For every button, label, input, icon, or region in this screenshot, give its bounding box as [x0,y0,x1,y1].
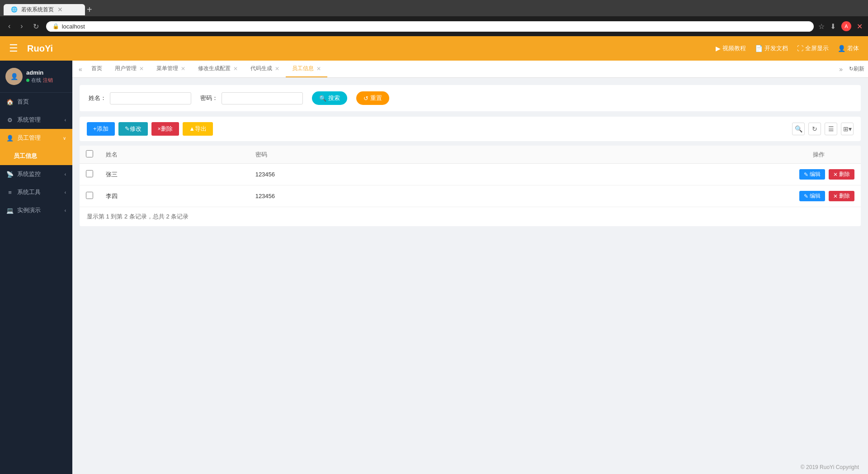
row1-checkbox[interactable] [86,170,93,177]
search-toggle-btn[interactable]: 🔍 [792,123,805,135]
avatar: 👤 [5,68,23,85]
user-profile-btn[interactable]: 👤 若体 [838,44,859,52]
search-btn[interactable]: 🔍 搜索 [312,91,347,105]
sidebar-item-employee-mgmt[interactable]: 👤 员工管理 ∨ [0,129,72,147]
tab-user-mgmt[interactable]: 用户管理 ✕ [108,61,150,77]
arrow-icon: ‹ [65,118,66,123]
address-bar[interactable]: 🔒 localhost [46,21,814,32]
sidebar-item-system-mgmt[interactable]: ⚙ 系统管理 ‹ [0,111,72,129]
monitor-icon: 📡 [6,171,14,178]
employee-icon: 👤 [6,135,14,142]
dev-docs-label: 开发文档 [764,44,788,52]
browser-tab[interactable]: 🌐 若依系统首页 ✕ [4,4,85,15]
tab-menu-mgmt-label: 菜单管理 [156,65,178,72]
sidebar-item-system-tools[interactable]: ≡ 系统工具 ‹ [0,183,72,201]
reset-btn[interactable]: ↺ 重置 [356,91,389,105]
bookmark-icon[interactable]: ☆ [818,22,825,31]
tools-icon: ≡ [6,189,14,196]
hamburger-btn[interactable]: ☰ [9,43,18,54]
export-btn[interactable]: ▲导出 [183,122,213,136]
edit-btn-label: ✎修改 [125,125,142,133]
edit-btn[interactable]: ✎修改 [118,122,148,136]
row1-edit-btn[interactable]: ✎ 编辑 [799,169,825,180]
video-tutorial-btn[interactable]: ▶ 视频教程 [716,44,746,52]
forward-btn[interactable]: › [18,21,25,31]
add-btn[interactable]: +添加 [87,122,115,136]
row1-name: 张三 [99,164,249,185]
tab-next-btn[interactable]: » [836,66,845,73]
edit-icon2: ✎ [804,193,808,199]
col-password: 密码 [249,146,447,164]
tab-employee-info-label: 员工信息 [292,65,314,72]
tab-menu-mgmt[interactable]: 菜单管理 ✕ [150,61,192,77]
back-btn[interactable]: ‹ [5,21,13,31]
avatar-text: 👤 [10,73,18,80]
tab-gen-config-close[interactable]: ✕ [233,66,238,72]
row1-delete-btn[interactable]: ✕ 删除 [829,169,854,180]
tab-user-mgmt-close[interactable]: ✕ [139,66,144,72]
pagination-info: 显示第 1 到第 2 条记录，总共 2 条记录 [80,207,861,226]
add-btn-label: +添加 [93,125,108,133]
tab-home[interactable]: 首页 [85,61,108,77]
top-navbar: ☰ RuoYi ▶ 视频教程 📄 开发文档 ⛶ 全屏显示 👤 若体 [0,36,868,61]
tab-gen-config[interactable]: 修改生成配置 ✕ [192,61,244,77]
download-icon[interactable]: ⬇ [830,22,836,31]
row2-password: 123456 [249,185,447,207]
tab-title: 若依系统首页 [21,6,54,14]
row2-checkbox[interactable] [86,192,93,199]
sidebar-employee-info-label: 员工信息 [14,152,37,159]
tab-code-gen-close[interactable]: ✕ [275,66,279,72]
name-search-field: 姓名： [89,92,191,104]
sidebar-user: 👤 admin 在线 注销 [0,61,72,93]
tab-menu-mgmt-close[interactable]: ✕ [181,66,185,72]
tab-employee-info-close[interactable]: ✕ [316,66,321,72]
sidebar-item-home[interactable]: 🏠 首页 [0,93,72,111]
browser-right-icons: ☆ ⬇ A ✕ [818,21,863,31]
dev-docs-btn[interactable]: 📄 开发文档 [755,44,788,52]
name-label: 姓名： [89,94,106,102]
new-tab-btn[interactable]: + [87,5,92,15]
data-table: 姓名 密码 操作 张三 123456 [80,146,861,226]
column-settings-btn[interactable]: ☰ [825,123,837,135]
content-area: « 首页 用户管理 ✕ 菜单管理 ✕ 修改生成配置 ✕ 代码生成 [72,61,868,474]
profile-icon[interactable]: A [841,21,851,31]
row2-delete-btn[interactable]: ✕ 删除 [829,191,854,201]
arrow-monitor-icon: ‹ [65,172,66,177]
sidebar-tools-label: 系统工具 [17,188,41,196]
select-all-checkbox[interactable] [86,150,93,157]
reload-btn[interactable]: ↻ [30,21,42,32]
table-row: 李四 123456 ✎ 编辑 ✕ 删除 [80,185,861,207]
user-icon: 👤 [838,45,845,52]
tab-code-gen-label: 代码生成 [250,65,272,72]
delete-btn[interactable]: ×删除 [151,122,179,136]
url-text: localhost [62,23,85,30]
browser-tab-close[interactable]: ✕ [57,6,63,13]
name-input[interactable] [110,92,191,104]
density-btn[interactable]: ⊞▾ [841,123,854,135]
toolbar: +添加 ✎修改 ×删除 ▲导出 🔍 ↻ ☰ ⊞▾ [80,117,861,141]
sidebar-item-demo[interactable]: 💻 实例演示 ‹ [0,201,72,219]
password-input[interactable] [222,92,303,104]
search-icon: 🔍 [319,95,326,102]
tab-employee-info[interactable]: 员工信息 ✕ [286,61,327,77]
tab-refresh-area: » ↻刷新 [836,65,864,73]
tab-code-gen[interactable]: 代码生成 ✕ [244,61,286,77]
sidebar-item-employee-info[interactable]: 员工信息 [0,147,72,165]
tab-favicon: 🌐 [11,6,18,13]
user-info: admin 在线 注销 [26,69,67,84]
footer: © 2019 RuoYi Copyright [72,460,868,474]
row2-edit-btn[interactable]: ✎ 编辑 [799,191,825,201]
row1-delete-label: 删除 [839,171,850,178]
logout-link[interactable]: 注销 [43,77,53,84]
refresh-btn[interactable]: ↻刷新 [849,65,864,73]
sidebar-item-system-monitor[interactable]: 📡 系统监控 ‹ [0,165,72,183]
fullscreen-btn[interactable]: ⛶ 全屏显示 [797,44,829,52]
sidebar: 👤 admin 在线 注销 🏠 首页 ⚙ 系统管理 ‹ [0,61,72,474]
password-search-field: 密码： [200,92,303,104]
tab-prev-btn[interactable]: « [76,66,85,73]
brand-name: RuoYi [27,43,86,54]
close-window-icon[interactable]: ✕ [857,22,863,31]
refresh-table-btn[interactable]: ↻ [808,123,821,135]
delete-icon: ✕ [833,171,838,178]
sidebar-employee-label: 员工管理 [17,134,41,142]
